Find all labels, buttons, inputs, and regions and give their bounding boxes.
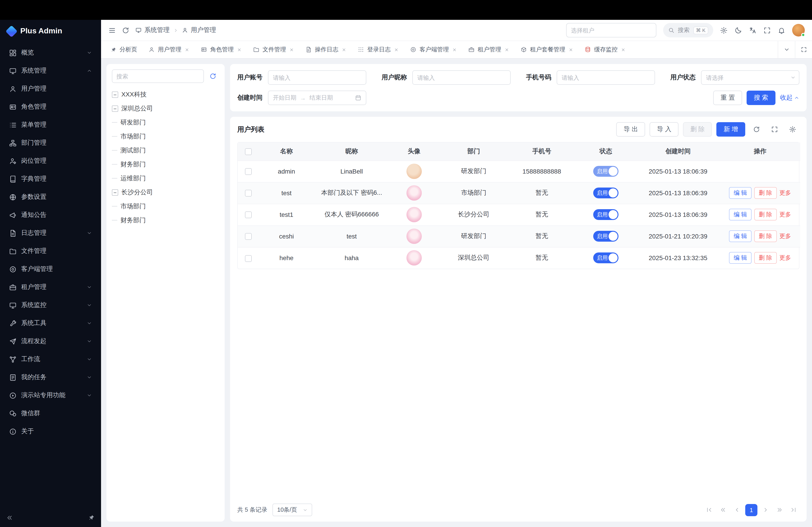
- sidebar-item[interactable]: 通知公告: [4, 207, 97, 224]
- close-icon[interactable]: [394, 47, 399, 52]
- tab[interactable]: 登录日志: [353, 43, 404, 56]
- filter-field-input[interactable]: [412, 70, 511, 85]
- language-switch-button[interactable]: [749, 26, 756, 34]
- refresh-page-button[interactable]: [122, 26, 129, 34]
- close-icon[interactable]: [568, 47, 574, 52]
- fullscreen-button[interactable]: [763, 26, 771, 34]
- settings-gear-button[interactable]: [720, 26, 728, 34]
- row-checkbox[interactable]: [245, 190, 251, 197]
- delete-button[interactable]: 删 除: [754, 252, 777, 264]
- row-checkbox[interactable]: [245, 212, 251, 219]
- tree-node[interactable]: 财务部门: [112, 213, 219, 227]
- status-toggle[interactable]: 启用: [593, 187, 619, 198]
- prev-page-button[interactable]: [731, 504, 743, 516]
- content-fullscreen-button[interactable]: [795, 41, 812, 58]
- more-button[interactable]: 更多: [779, 189, 791, 197]
- tree-expand-box[interactable]: [112, 189, 118, 195]
- delete-button[interactable]: 删 除: [754, 209, 777, 221]
- status-toggle[interactable]: 启用: [593, 253, 619, 264]
- tab[interactable]: 分析页: [105, 43, 142, 56]
- row-checkbox[interactable]: [245, 233, 251, 240]
- tenant-select-input[interactable]: [566, 23, 656, 37]
- sidebar-item[interactable]: 参数设置: [4, 189, 97, 206]
- filter-field-input[interactable]: [701, 70, 799, 85]
- sidebar-pin-button[interactable]: [88, 514, 95, 521]
- edit-button[interactable]: 编 辑: [729, 252, 752, 264]
- user-avatar[interactable]: [792, 24, 805, 36]
- tab[interactable]: 客户端管理: [405, 43, 462, 56]
- sidebar-item[interactable]: 角色管理: [4, 98, 97, 116]
- column-settings-button[interactable]: [786, 123, 799, 136]
- edit-button[interactable]: 编 辑: [729, 209, 752, 221]
- tab[interactable]: 角色管理: [196, 43, 247, 56]
- tree-node[interactable]: 深圳总公司: [112, 102, 219, 116]
- sidebar-item[interactable]: 系统监控: [4, 297, 97, 314]
- select-all-checkbox[interactable]: [245, 148, 251, 155]
- sidebar-item[interactable]: 日志管理: [4, 225, 97, 242]
- sidebar-item[interactable]: 字典管理: [4, 170, 97, 187]
- batch-delete-button[interactable]: 删 除: [683, 122, 712, 137]
- date-range-picker[interactable]: 开始日期 → 结束日期: [268, 91, 366, 105]
- more-button[interactable]: 更多: [779, 254, 791, 262]
- table-refresh-button[interactable]: [750, 123, 763, 136]
- notifications-button[interactable]: [778, 26, 785, 34]
- tree-node[interactable]: 测试部门: [112, 144, 219, 157]
- dark-mode-toggle-button[interactable]: [735, 26, 742, 34]
- import-button[interactable]: 导 入: [650, 122, 679, 137]
- close-icon[interactable]: [621, 47, 626, 52]
- hamburger-menu-button[interactable]: [108, 26, 116, 34]
- app-logo[interactable]: Plus Admin: [0, 20, 101, 42]
- more-button[interactable]: 更多: [779, 232, 791, 240]
- sidebar-item[interactable]: 岗位管理: [4, 152, 97, 169]
- close-icon[interactable]: [452, 47, 457, 52]
- row-checkbox[interactable]: [245, 168, 251, 175]
- sidebar-item[interactable]: 客户端管理: [4, 260, 97, 278]
- status-toggle[interactable]: 启用: [593, 166, 619, 177]
- more-button[interactable]: 更多: [779, 211, 791, 219]
- close-icon[interactable]: [185, 47, 189, 52]
- reset-button[interactable]: 重 置: [713, 91, 742, 105]
- sidebar-item[interactable]: 系统管理: [4, 62, 97, 79]
- sidebar-item[interactable]: 租户管理: [4, 278, 97, 296]
- tree-node[interactable]: 运维部门: [112, 171, 219, 185]
- tab[interactable]: 缓存监控: [580, 43, 630, 56]
- sidebar-item[interactable]: 概览: [4, 44, 97, 61]
- next-page-button[interactable]: [760, 504, 771, 516]
- sidebar-item[interactable]: 我的任务: [4, 369, 97, 386]
- current-page-button[interactable]: 1: [745, 504, 757, 516]
- first-page-button[interactable]: [703, 504, 715, 516]
- close-icon[interactable]: [342, 47, 346, 52]
- tab[interactable]: 租户套餐管理: [516, 43, 578, 56]
- sidebar-item[interactable]: 文件管理: [4, 243, 97, 260]
- tree-refresh-button[interactable]: [207, 70, 219, 82]
- tree-node[interactable]: 研发部门: [112, 116, 219, 130]
- tree-node[interactable]: XXX科技: [112, 88, 219, 102]
- sidebar-collapse-button[interactable]: [6, 514, 13, 521]
- tab[interactable]: 用户管理: [143, 43, 194, 56]
- prev-pages-button[interactable]: [717, 504, 729, 516]
- sidebar-item[interactable]: 系统工具: [4, 315, 97, 332]
- next-pages-button[interactable]: [774, 504, 785, 516]
- search-button[interactable]: 搜 索: [746, 91, 775, 105]
- status-toggle[interactable]: 启用: [593, 231, 619, 242]
- status-toggle[interactable]: 启用: [593, 209, 619, 220]
- sidebar-item[interactable]: 工作流: [4, 351, 97, 368]
- page-size-select[interactable]: 10条/页: [273, 503, 313, 516]
- close-icon[interactable]: [504, 47, 509, 52]
- close-icon[interactable]: [237, 47, 242, 52]
- sidebar-item[interactable]: 演示站专用功能: [4, 387, 97, 404]
- breadcrumb-item-system[interactable]: 系统管理: [135, 26, 170, 34]
- filter-field-input[interactable]: [268, 70, 366, 85]
- delete-button[interactable]: 删 除: [754, 230, 777, 242]
- delete-button[interactable]: 删 除: [754, 187, 777, 199]
- global-search-button[interactable]: 搜索 ⌘ K: [663, 23, 713, 37]
- sidebar-item[interactable]: 微信群: [4, 405, 97, 422]
- sidebar-item[interactable]: 流程发起: [4, 333, 97, 350]
- export-button[interactable]: 导 出: [617, 122, 645, 137]
- tab[interactable]: 租户管理: [463, 43, 514, 56]
- row-checkbox[interactable]: [245, 255, 251, 262]
- edit-button[interactable]: 编 辑: [729, 187, 752, 199]
- tree-expand-box[interactable]: [112, 105, 118, 111]
- last-page-button[interactable]: [788, 504, 799, 516]
- sidebar-item[interactable]: 关于: [4, 423, 97, 440]
